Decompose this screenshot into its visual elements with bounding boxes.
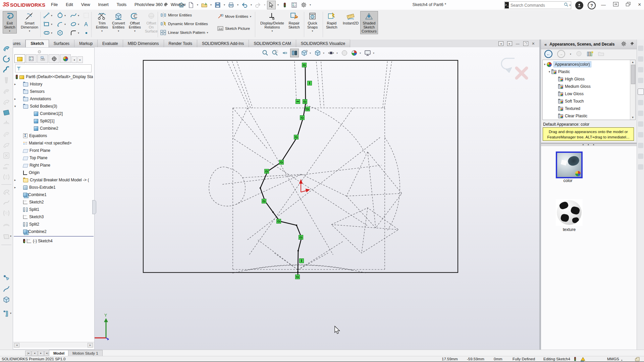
- tree-item-combine1[interactable]: Combine1: [13, 191, 94, 198]
- linear-pattern-button[interactable]: Linear Sketch Pattern ▾: [160, 30, 208, 35]
- extend-surface-icon[interactable]: [2, 188, 10, 196]
- instant3d-icon[interactable]: [2, 296, 10, 304]
- view-settings-caret-icon[interactable]: ▾: [373, 52, 376, 55]
- tree-item-material[interactable]: Material <not specified>: [13, 139, 94, 147]
- shaded-sketch-contours-button[interactable]: Shaded Sketch Contours: [360, 11, 378, 34]
- print-button[interactable]: [227, 1, 235, 9]
- select-caret-icon[interactable]: ▾: [276, 3, 280, 6]
- tree-item-split2-1[interactable]: Split2[1]: [13, 117, 94, 125]
- thicken-icon[interactable]: [2, 220, 10, 228]
- scroll-right-icon[interactable]: ▸: [88, 343, 93, 348]
- custom-properties-tab-icon[interactable]: [638, 88, 644, 95]
- fillet-caret-icon[interactable]: ▾: [78, 32, 79, 35]
- dock-left-icon[interactable]: ◂: [498, 41, 503, 46]
- forum-tab-icon[interactable]: [638, 100, 643, 105]
- tree-item-right-plane[interactable]: Right Plane: [13, 162, 94, 169]
- tab-icon[interactable]: [638, 111, 643, 116]
- tab-sketch[interactable]: Sketch: [25, 40, 49, 48]
- tree-item-sketch2[interactable]: Sketch2: [13, 198, 94, 206]
- configuration-manager-tab[interactable]: [37, 54, 48, 63]
- options-gear-button[interactable]: [299, 1, 308, 9]
- filled-surface-icon[interactable]: [2, 98, 10, 106]
- dynamic-mirror-button[interactable]: Dynamic Mirror Entities: [160, 21, 208, 26]
- move-entities-button[interactable]: Move Entities ▾: [217, 14, 251, 19]
- fillet-tool-icon[interactable]: [70, 29, 77, 37]
- redo-button[interactable]: [254, 1, 262, 9]
- linear-pattern-caret-icon[interactable]: ▾: [207, 31, 208, 34]
- nav-caret-icon[interactable]: ▾: [570, 53, 571, 56]
- convert-caret-icon[interactable]: ▾: [118, 29, 119, 33]
- display-settings-button[interactable]: [290, 1, 299, 9]
- smart-dimension-button[interactable]: Smart Dimension ▾: [19, 11, 40, 34]
- flatten-caret-icon[interactable]: ▾: [10, 235, 11, 238]
- ellipse-tool-icon[interactable]: [70, 20, 77, 28]
- display-delete-caret-icon[interactable]: ▾: [271, 29, 273, 33]
- search-input[interactable]: [509, 3, 564, 8]
- point-tool-icon[interactable]: [83, 29, 90, 37]
- tree-item-plastic[interactable]: ▾ Plastic: [543, 68, 630, 75]
- lofted-surface-icon[interactable]: [2, 76, 10, 84]
- slot-caret-icon[interactable]: ▾: [51, 32, 52, 35]
- tab-solidworks-cam[interactable]: SOLIDWORKS CAM: [249, 40, 296, 47]
- slot-tool-icon[interactable]: [43, 29, 50, 37]
- viewport-restore-ic on[interactable]: ❐: [523, 41, 528, 46]
- apply-scene-caret-icon[interactable]: ▾: [360, 52, 362, 55]
- view-orientation-caret-icon[interactable]: ▾: [310, 52, 312, 55]
- tab-markup[interactable]: Markup: [74, 40, 98, 47]
- delete-face-icon[interactable]: [2, 152, 10, 160]
- undo-caret-icon[interactable]: ▾: [250, 3, 253, 6]
- options-caret-icon[interactable]: ▾: [309, 3, 312, 6]
- appearances-scrollbar[interactable]: ▲ ▼: [630, 60, 635, 120]
- revolved-surface-icon[interactable]: [2, 55, 10, 63]
- minimize-icon[interactable]: —: [601, 2, 606, 7]
- display-style-icon[interactable]: [313, 49, 322, 57]
- tree-item-split2[interactable]: Split2: [13, 221, 94, 228]
- panel-splitter-handle[interactable]: [92, 200, 96, 214]
- hide-show-caret-icon[interactable]: ▾: [336, 52, 339, 55]
- boundary-surface-icon[interactable]: [2, 87, 10, 95]
- curves-icon[interactable]: [2, 285, 10, 293]
- display-style-caret-icon[interactable]: ▾: [323, 52, 326, 55]
- ruled-surface-icon[interactable]: [2, 130, 10, 138]
- tabs-scroll-left-icon[interactable]: ◂: [71, 56, 77, 63]
- tab-surfaces[interactable]: Surfaces: [49, 40, 74, 47]
- tab-solidworks-addins[interactable]: SOLIDWORKS Add-Ins: [197, 40, 249, 47]
- view-settings-icon[interactable]: [363, 49, 372, 57]
- tree-item-sketch4[interactable]: (-) Sketch4: [13, 237, 94, 245]
- search-icon[interactable]: [564, 2, 569, 8]
- sheet-metal-caret-icon[interactable]: ▾: [10, 312, 11, 315]
- line-caret-icon[interactable]: ▾: [51, 14, 52, 17]
- tree-item-sensors[interactable]: Sensors: [13, 88, 94, 95]
- tab-icon[interactable]: [638, 164, 643, 170]
- rollback-bar[interactable]: [14, 236, 94, 237]
- appearances-tab-icon[interactable]: [638, 78, 643, 83]
- mirror-entities-button[interactable]: Mirror Entities: [160, 12, 192, 18]
- quick-snaps-caret-icon[interactable]: ▾: [312, 29, 313, 33]
- tree-item-boss-extrude1[interactable]: ▸Boss-Extrude1: [13, 184, 94, 191]
- save-caret-icon[interactable]: ▾: [223, 3, 226, 6]
- trim-surface-icon[interactable]: [2, 198, 10, 206]
- tree-item-medium-gloss[interactable]: Medium Gloss: [543, 83, 630, 90]
- dimxpert-manager-tab[interactable]: [49, 54, 59, 63]
- edit-appearance-icon[interactable]: [340, 49, 349, 57]
- user-account-icon[interactable]: [575, 1, 583, 9]
- select-tool-button[interactable]: [267, 1, 276, 9]
- spline-tool-icon[interactable]: [70, 12, 77, 19]
- nav-back-icon[interactable]: ←: [544, 50, 552, 58]
- circle-caret-icon[interactable]: ▾: [64, 14, 66, 17]
- tree-item-front-plane[interactable]: Front Plane: [13, 147, 94, 154]
- repair-sketch-button[interactable]: Repair Sketch: [287, 11, 301, 30]
- units-caret-icon[interactable]: ▴: [621, 357, 623, 362]
- zoom-to-area-icon[interactable]: [271, 49, 279, 57]
- line-tool-icon[interactable]: [43, 12, 50, 19]
- circle-tool-icon[interactable]: [56, 12, 64, 19]
- rapid-sketch-button[interactable]: Rapid Sketch: [325, 11, 339, 30]
- tab-icon[interactable]: [638, 132, 643, 137]
- arc-tool-icon[interactable]: [56, 20, 64, 28]
- restore-icon[interactable]: [626, 2, 631, 7]
- tree-item-top-plane[interactable]: Top Plane: [13, 154, 94, 162]
- undo-button[interactable]: [240, 1, 249, 9]
- tree-item-solid-bodies[interactable]: ▾Solid Bodies(3): [13, 103, 94, 110]
- tab-icon[interactable]: [638, 143, 643, 148]
- tree-item-history[interactable]: ▸History: [13, 80, 94, 88]
